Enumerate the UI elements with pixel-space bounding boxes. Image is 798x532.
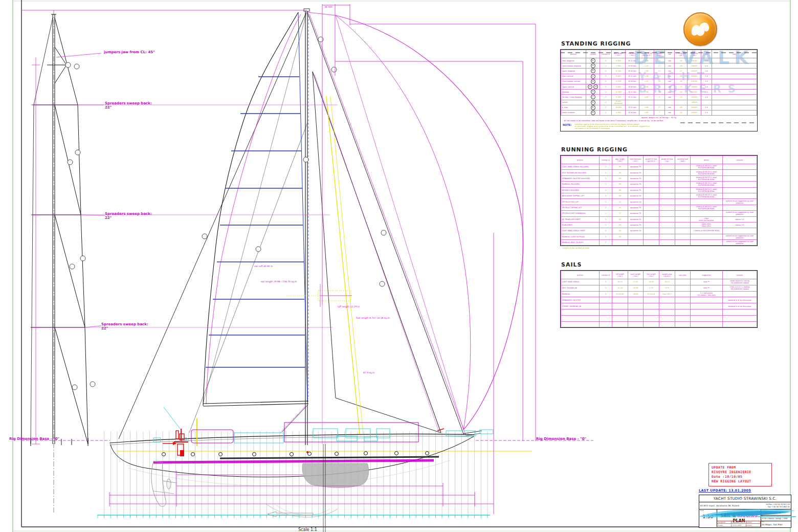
table-cell [723,170,757,175]
table-cell: STORM / WORKING JIB [561,303,600,309]
table-cell: LIGHT WIND GENUA SHEET [561,228,600,234]
table-cell [723,193,757,198]
scale-label: Scale [700,509,704,512]
table-cell: dyneema 28 [628,216,644,222]
table-cell: rod [665,74,675,79]
table-cell: BOSUN'S HALLYARD [561,187,600,193]
table-cell [644,182,659,187]
table-cell [644,199,659,205]
table-cell: 2 [600,58,612,63]
table-cell: intermediate vertical [561,79,586,84]
table-cell: optional & to be discussed [723,303,757,309]
table-cell: 22.29 [612,285,628,291]
sail-label-3: luff length 22.29 m [338,305,360,308]
drawing-title-cell: SAIL & RIGGING PLAN Designed Date Julius… [717,509,761,527]
drawing-no-value: 27m classic sloop / 200 [762,517,790,520]
table-cell [712,110,757,115]
table-cell: SPINNAKER / BLISTER HALLYARD [561,175,600,181]
table-cell: 1.8 [701,69,712,74]
table-cell [723,321,757,327]
table-cell: 9 400 [612,74,626,79]
table-cell [675,182,691,187]
table-cell: 13 [654,69,665,74]
table-cell: D2 [586,63,600,69]
table-cell [561,321,600,327]
table-cell: 68 [612,182,628,187]
standing-note-line: rod heads to be re-headed if necessary. [574,127,650,129]
column-header: weight of rope ( kg/100 m ) [644,156,659,164]
table-cell: sheave Ø 80/18 h. steel RUTGERSON ROVA [691,182,723,187]
column-header: number of [600,50,612,58]
table-cell: dyneema 78 [628,211,644,216]
column-header: + fitting load ( kN ) [675,50,688,58]
table-cell [675,216,691,222]
table-cell [626,100,639,105]
table-cell: 2 [600,110,612,115]
table-cell [628,309,644,315]
table-cell: 26 000 [612,105,626,110]
table-cell [600,315,612,321]
table-cell: MAINSAIL REEF TACKLES [561,240,600,246]
table-cell [675,321,691,327]
table-cell: 2.98 [639,105,654,110]
table-cell: -22 [675,84,688,89]
table-cell: 1 [600,175,612,181]
table-cell [675,240,691,246]
table-cell [691,211,723,216]
table-cell [665,100,675,105]
table-cell: Ø 16 rod [626,69,639,74]
running-rigging-footnote: * lengths to be verified on boat [561,247,758,249]
table-cell: 1 [600,90,612,95]
table-cell: 17 [654,63,665,69]
table-row: SELF TACKING JIB HALLYARD158dyneema 78sh… [561,170,757,175]
column-header: foot length ( mm ) [644,271,659,279]
table-cell: Ø 12 rod [626,95,639,100]
table-row: upper verticalV3V428 000Ø 16 rod1.6313ro… [561,84,757,89]
table-cell [712,69,757,74]
table-cell [659,211,675,216]
table-cell: 336.00 [688,79,701,84]
table-cell: Ø 19 rod [626,79,639,84]
table-cell: 0.92 [639,95,654,100]
table-cell: 65 [612,164,628,170]
table-row: STORM / WORKING JIBoptional & to be disc… [561,303,757,309]
table-cell [723,175,757,181]
table-row: main diagonalD129 500Ø 22 rod2.9828rod-4… [561,58,757,63]
table-row: upper diagonalD328 100Ø 16 rod1.6313rod-… [561,69,757,74]
table-cell: 1 [600,211,612,216]
column-header: working load ( daN ) [675,156,691,164]
table-row: jib stay / inner forestayJ125 200Ø 12 ro… [561,95,757,100]
column-header: weight of rig ( kg/cab m ) [639,50,654,58]
table-cell [644,216,659,222]
hull-profile [109,418,532,486]
table-cell [712,105,757,110]
mainsail [203,12,308,433]
table-cell: 181.8 [659,279,675,285]
table-cell [712,74,757,79]
table-cell [675,297,691,303]
table-cell [659,199,675,205]
table-cell [659,193,675,198]
standing-rigging-title: STANDING RIGGING [561,40,758,47]
rigging-symbol-circle: B1 [591,105,595,110]
rigging-symbol-circle: V1 [591,74,595,79]
column-header: blocks [691,156,723,164]
rigging-symbol-circle: M1 [591,110,595,115]
table-row: SPI POLE TOPPING LIFT238dyneema 78sheave… [561,205,757,210]
column-header: leech length ( mm ) [628,271,644,279]
standing-rigging-notes: approx. weight incl. all fittings ~ 95 k… [561,116,757,131]
column-header: rod [665,50,675,58]
table-cell [712,58,757,63]
table-cell: NEW BOOM TOPPING LIFT [561,193,600,198]
table-cell [691,303,723,309]
table-cell [675,222,691,228]
table-cell [612,303,628,309]
signature-grid: Designed Date Juliusz Strawinski Drawn 1… [717,521,761,527]
table-cell: 2.98 [639,74,654,79]
table-cell [644,303,659,309]
table-header-row: positionsymbolnumber ofapp. length ( mm … [561,50,757,58]
table-cell: 29.98 [628,291,644,297]
table-cell: E=10.24 [644,291,659,297]
table-cell: Ø 22 rod [626,90,639,95]
column-header: app. length ( mm ) [612,50,626,58]
